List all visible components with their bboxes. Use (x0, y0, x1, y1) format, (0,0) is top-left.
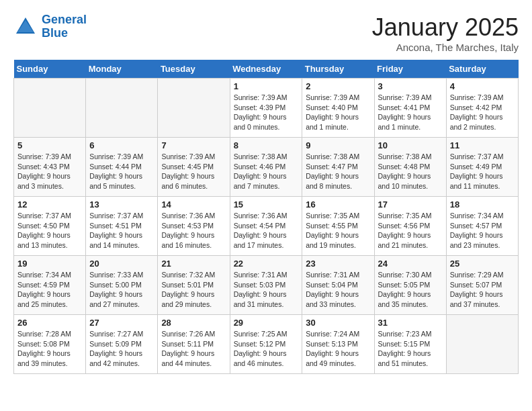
weekday-header: Tuesday (158, 60, 230, 79)
logo-text: General Blue (42, 13, 87, 40)
day-number: 28 (161, 318, 226, 328)
day-number: 6 (89, 140, 154, 150)
day-info: Sunrise: 7:33 AMSunset: 5:00 PMDaylight:… (89, 270, 154, 310)
calendar-week-row: 26Sunrise: 7:28 AMSunset: 5:08 PMDayligh… (14, 315, 519, 374)
day-info: Sunrise: 7:34 AMSunset: 4:57 PMDaylight:… (450, 211, 515, 250)
day-number: 22 (234, 259, 299, 269)
calendar-week-row: 12Sunrise: 7:37 AMSunset: 4:50 PMDayligh… (14, 197, 519, 256)
day-info: Sunrise: 7:38 AMSunset: 4:48 PMDaylight:… (378, 152, 443, 191)
calendar-day-cell: 13Sunrise: 7:37 AMSunset: 4:51 PMDayligh… (86, 197, 158, 256)
logo-line1: General (42, 13, 87, 26)
day-number: 30 (306, 318, 370, 328)
day-number: 2 (306, 81, 370, 91)
calendar-day-cell: 15Sunrise: 7:36 AMSunset: 4:54 PMDayligh… (230, 197, 302, 256)
weekday-header: Saturday (446, 60, 518, 79)
day-number: 14 (161, 199, 226, 210)
day-info: Sunrise: 7:24 AMSunset: 5:13 PMDaylight:… (306, 329, 370, 369)
day-number: 8 (234, 140, 299, 150)
day-info: Sunrise: 7:35 AMSunset: 4:56 PMDaylight:… (378, 211, 443, 250)
day-info: Sunrise: 7:38 AMSunset: 4:47 PMDaylight:… (306, 152, 370, 191)
day-number: 25 (450, 259, 515, 269)
day-info: Sunrise: 7:30 AMSunset: 5:05 PMDaylight:… (378, 270, 443, 310)
calendar-week-row: 19Sunrise: 7:34 AMSunset: 4:59 PMDayligh… (14, 256, 519, 315)
day-info: Sunrise: 7:39 AMSunset: 4:42 PMDaylight:… (450, 93, 515, 132)
day-info: Sunrise: 7:39 AMSunset: 4:43 PMDaylight:… (17, 152, 82, 191)
weekday-header: Thursday (302, 60, 374, 79)
day-info: Sunrise: 7:35 AMSunset: 4:55 PMDaylight:… (306, 211, 370, 250)
day-info: Sunrise: 7:23 AMSunset: 5:15 PMDaylight:… (378, 329, 443, 369)
title-area: January 2025 Ancona, The Marches, Italy (372, 13, 519, 53)
day-info: Sunrise: 7:37 AMSunset: 4:49 PMDaylight:… (450, 152, 515, 191)
calendar-day-cell: 18Sunrise: 7:34 AMSunset: 4:57 PMDayligh… (446, 197, 518, 256)
calendar-day-cell: 16Sunrise: 7:35 AMSunset: 4:55 PMDayligh… (302, 197, 374, 256)
day-number: 17 (378, 199, 443, 210)
logo-line2: Blue (42, 26, 68, 40)
calendar-day-cell: 19Sunrise: 7:34 AMSunset: 4:59 PMDayligh… (14, 256, 86, 315)
calendar-day-cell: 21Sunrise: 7:32 AMSunset: 5:01 PMDayligh… (158, 256, 230, 315)
day-number: 5 (17, 140, 82, 150)
calendar-day-cell (446, 315, 518, 374)
calendar-day-cell: 1Sunrise: 7:39 AMSunset: 4:39 PMDaylight… (230, 79, 302, 138)
day-info: Sunrise: 7:34 AMSunset: 4:59 PMDaylight:… (17, 270, 82, 310)
day-number: 19 (17, 259, 82, 269)
calendar-day-cell: 10Sunrise: 7:38 AMSunset: 4:48 PMDayligh… (374, 138, 446, 197)
svg-marker-1 (17, 20, 34, 32)
calendar-day-cell (14, 79, 86, 138)
day-info: Sunrise: 7:39 AMSunset: 4:40 PMDaylight:… (306, 93, 370, 132)
day-number: 26 (17, 318, 82, 328)
calendar-day-cell: 26Sunrise: 7:28 AMSunset: 5:08 PMDayligh… (14, 315, 86, 374)
calendar-day-cell: 2Sunrise: 7:39 AMSunset: 4:40 PMDaylight… (302, 79, 374, 138)
calendar-day-cell: 28Sunrise: 7:26 AMSunset: 5:11 PMDayligh… (158, 315, 230, 374)
day-number: 9 (306, 140, 370, 150)
day-info: Sunrise: 7:37 AMSunset: 4:51 PMDaylight:… (89, 211, 154, 250)
calendar-subtitle: Ancona, The Marches, Italy (372, 42, 519, 53)
day-info: Sunrise: 7:39 AMSunset: 4:41 PMDaylight:… (378, 93, 443, 132)
logo: General Blue (13, 13, 87, 40)
day-info: Sunrise: 7:32 AMSunset: 5:01 PMDaylight:… (161, 270, 226, 310)
calendar-day-cell: 31Sunrise: 7:23 AMSunset: 5:15 PMDayligh… (374, 315, 446, 374)
calendar-week-row: 1Sunrise: 7:39 AMSunset: 4:39 PMDaylight… (14, 79, 519, 138)
day-info: Sunrise: 7:25 AMSunset: 5:12 PMDaylight:… (234, 329, 299, 369)
day-number: 29 (234, 318, 299, 328)
day-info: Sunrise: 7:31 AMSunset: 5:04 PMDaylight:… (306, 270, 370, 310)
calendar-day-cell: 30Sunrise: 7:24 AMSunset: 5:13 PMDayligh… (302, 315, 374, 374)
weekday-header: Friday (374, 60, 446, 79)
day-number: 13 (89, 199, 154, 210)
logo-icon (13, 15, 38, 39)
day-number: 20 (89, 259, 154, 269)
calendar-day-cell: 14Sunrise: 7:36 AMSunset: 4:53 PMDayligh… (158, 197, 230, 256)
day-number: 27 (89, 318, 154, 328)
day-info: Sunrise: 7:38 AMSunset: 4:46 PMDaylight:… (234, 152, 299, 191)
day-number: 7 (161, 140, 226, 150)
calendar-day-cell: 7Sunrise: 7:39 AMSunset: 4:45 PMDaylight… (158, 138, 230, 197)
day-number: 3 (378, 81, 443, 91)
day-info: Sunrise: 7:36 AMSunset: 4:53 PMDaylight:… (161, 211, 226, 250)
calendar-day-cell: 5Sunrise: 7:39 AMSunset: 4:43 PMDaylight… (14, 138, 86, 197)
calendar-table: SundayMondayTuesdayWednesdayThursdayFrid… (13, 60, 519, 374)
weekday-header: Wednesday (230, 60, 302, 79)
day-info: Sunrise: 7:36 AMSunset: 4:54 PMDaylight:… (234, 211, 299, 250)
calendar-day-cell: 23Sunrise: 7:31 AMSunset: 5:04 PMDayligh… (302, 256, 374, 315)
day-number: 15 (234, 199, 299, 210)
header: General Blue January 2025 Ancona, The Ma… (13, 13, 519, 53)
day-number: 10 (378, 140, 443, 150)
calendar-day-cell: 27Sunrise: 7:27 AMSunset: 5:09 PMDayligh… (86, 315, 158, 374)
calendar-day-cell: 6Sunrise: 7:39 AMSunset: 4:44 PMDaylight… (86, 138, 158, 197)
calendar-day-cell: 3Sunrise: 7:39 AMSunset: 4:41 PMDaylight… (374, 79, 446, 138)
calendar-day-cell (158, 79, 230, 138)
day-info: Sunrise: 7:39 AMSunset: 4:45 PMDaylight:… (161, 152, 226, 191)
day-info: Sunrise: 7:26 AMSunset: 5:11 PMDaylight:… (161, 329, 226, 369)
day-info: Sunrise: 7:37 AMSunset: 4:50 PMDaylight:… (17, 211, 82, 250)
calendar-day-cell: 25Sunrise: 7:29 AMSunset: 5:07 PMDayligh… (446, 256, 518, 315)
day-number: 31 (378, 318, 443, 328)
calendar-day-cell: 24Sunrise: 7:30 AMSunset: 5:05 PMDayligh… (374, 256, 446, 315)
weekday-header: Monday (86, 60, 158, 79)
calendar-day-cell: 12Sunrise: 7:37 AMSunset: 4:50 PMDayligh… (14, 197, 86, 256)
weekday-header: Sunday (14, 60, 86, 79)
day-info: Sunrise: 7:39 AMSunset: 4:44 PMDaylight:… (89, 152, 154, 191)
day-number: 4 (450, 81, 515, 91)
calendar-day-cell: 17Sunrise: 7:35 AMSunset: 4:56 PMDayligh… (374, 197, 446, 256)
day-number: 18 (450, 199, 515, 210)
calendar-week-row: 5Sunrise: 7:39 AMSunset: 4:43 PMDaylight… (14, 138, 519, 197)
calendar-day-cell: 20Sunrise: 7:33 AMSunset: 5:00 PMDayligh… (86, 256, 158, 315)
